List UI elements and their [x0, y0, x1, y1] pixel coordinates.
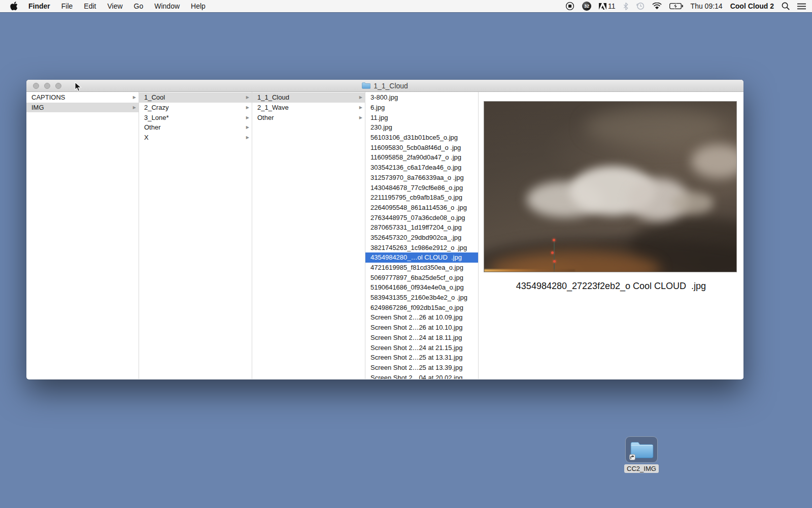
folder-item[interactable]: Other▶ — [252, 112, 365, 122]
folder-item[interactable]: X▶ — [139, 133, 252, 143]
folder-item[interactable]: CAPTIONS▶ — [26, 92, 139, 103]
bluetooth-icon[interactable] — [623, 3, 628, 10]
file-item[interactable]: 2211195795_cb9afb18a5_o.jpg — [365, 193, 478, 203]
folder-item[interactable]: 1_1_Cloud▶ — [252, 92, 365, 103]
menu-list: FinderFileEditViewGoWindowHelp — [23, 0, 211, 12]
spotlight-search-icon[interactable] — [782, 2, 790, 10]
adobe-icon[interactable]: 11 — [599, 2, 616, 10]
file-item[interactable]: 3-800.jpg — [365, 92, 478, 103]
menu-window[interactable]: Window — [149, 2, 185, 10]
time-machine-icon[interactable] — [636, 2, 645, 10]
file-item[interactable]: 4354984280_…ol CLOUD .jpg — [365, 252, 478, 263]
close-button[interactable] — [33, 83, 39, 89]
alias-arrow-icon — [629, 454, 635, 460]
file-item[interactable]: 116095830_5cb0a8f46d_o .jpg — [365, 142, 478, 152]
menu-file[interactable]: File — [56, 2, 79, 10]
file-item[interactable]: 5190641686_0f934e4e0a_o.jpg — [365, 282, 478, 293]
folder-item[interactable]: 2_Crazy▶ — [139, 103, 252, 113]
menu-finder[interactable]: Finder — [23, 2, 56, 10]
menu-bar: FinderFileEditViewGoWindowHelp 32 11 — [0, 0, 812, 12]
menu-help[interactable]: Help — [185, 2, 211, 10]
folder-item-label: 2_1_Wave — [257, 104, 357, 111]
folder-item[interactable]: IMG▶ — [26, 103, 139, 113]
disclosure-arrow-icon: ▶ — [246, 105, 249, 110]
file-item-label: 5190641686_0f934e4e0a_o.jpg — [370, 283, 476, 291]
folder-item[interactable]: 1_Cool▶ — [139, 92, 252, 103]
file-item-label: 230.jpg — [370, 123, 476, 131]
file-item[interactable]: Screen Shot 2…26 at 10.10.jpg — [365, 323, 478, 333]
file-item[interactable]: 56103106_d31b01bce5_o.jpg — [365, 133, 478, 143]
file-item[interactable]: 6249867286_f092db15ac_o.jpg — [365, 302, 478, 312]
file-item[interactable]: 312573970_8a766339aa_o .jpg — [365, 173, 478, 183]
file-item[interactable]: Screen Shot 2…24 at 21.15.jpg — [365, 342, 478, 353]
apple-menu[interactable] — [6, 0, 23, 12]
menu-go[interactable]: Go — [128, 2, 149, 10]
preview-pane: 4354984280_27223f2eb2_o Cool CLOUD .jpg — [479, 92, 743, 379]
file-item[interactable]: Screen Shot 2…04 at 20.02.jpg — [365, 372, 478, 379]
file-item[interactable]: 2264095548_861a114536_o .jpg — [365, 203, 478, 213]
icon-selection-plate — [625, 436, 658, 463]
file-item-label: 303542136_c6a17dea46_o.jpg — [370, 164, 476, 171]
folder-item-label: 3_Lone* — [144, 114, 244, 121]
column-view: CAPTIONS▶IMG▶ 1_Cool▶2_Crazy▶3_Lone*▶Oth… — [26, 92, 743, 379]
folder-item[interactable]: Other▶ — [139, 122, 252, 133]
file-item-label: 3-800.jpg — [370, 93, 476, 101]
file-item-label: Screen Shot 2…24 at 21.15.jpg — [370, 344, 476, 352]
file-item[interactable]: 1430484678_77c9cf6e86_o.jpg — [365, 182, 478, 193]
file-item[interactable]: Screen Shot 2…26 at 10.09.jpg — [365, 312, 478, 323]
menu-edit[interactable]: Edit — [78, 2, 101, 10]
cloud — [671, 192, 714, 214]
account-name[interactable]: Cool Cloud 2 — [730, 2, 774, 10]
file-item[interactable]: 6.jpg — [365, 103, 478, 113]
file-item-label: 312573970_8a766339aa_o .jpg — [370, 174, 476, 181]
column-2: 1_Cool▶2_Crazy▶3_Lone*▶Other▶X▶ — [139, 92, 252, 379]
file-item[interactable]: 5069777897_6ba25de5cf_o.jpg — [365, 272, 478, 282]
file-item[interactable]: 230.jpg — [365, 122, 478, 133]
traffic-lights — [33, 83, 61, 89]
folder-item-label: Other — [257, 114, 357, 121]
menu-bar-status: 32 11 Thu 09:14 Cool Cloud 2 — [565, 0, 806, 12]
wifi-icon[interactable] — [652, 3, 662, 10]
file-item[interactable]: Screen Shot 2…24 at 18.11.jpg — [365, 333, 478, 343]
file-item[interactable]: Screen Shot 2…25 at 13.39.jpg — [365, 363, 478, 373]
disclosure-arrow-icon: ▶ — [246, 95, 249, 100]
window-titlebar[interactable]: 1_1_Cloud — [26, 80, 743, 92]
screen-recording-stop-icon[interactable] — [565, 2, 574, 11]
file-item[interactable]: 2763448975_07a36cde08_o.jpg — [365, 212, 478, 223]
file-item[interactable]: 3526457320_29dbd902ca_.jpg — [365, 233, 478, 243]
file-item[interactable]: 303542136_c6a17dea46_o.jpg — [365, 163, 478, 173]
badge-32-icon[interactable]: 32 — [582, 2, 591, 11]
cloud-wisp — [585, 108, 724, 146]
file-item[interactable]: 11.jpg — [365, 112, 478, 122]
notification-center-icon[interactable] — [797, 3, 806, 10]
minimize-button[interactable] — [44, 83, 50, 89]
file-item-label: 5839431355_2160e3b4e2_o .jpg — [370, 294, 476, 301]
desktop-folder-cc2-img[interactable]: CC2_IMG — [624, 436, 659, 473]
file-item-label: 3821745263_1c986e2912_o .jpg — [370, 244, 476, 251]
disclosure-arrow-icon: ▶ — [359, 95, 362, 100]
menu-view[interactable]: View — [101, 2, 128, 10]
zoom-button[interactable] — [55, 83, 61, 89]
file-item[interactable]: 5839431355_2160e3b4e2_o .jpg — [365, 293, 478, 303]
desktop: FinderFileEditViewGoWindowHelp 32 11 — [0, 0, 812, 508]
menu-bar-clock[interactable]: Thu 09:14 — [691, 2, 723, 10]
file-item[interactable]: Screen Shot 2…25 at 13.31.jpg — [365, 353, 478, 363]
file-item-label: Screen Shot 2…04 at 20.02.jpg — [370, 374, 476, 379]
file-item[interactable]: 4721619985_f81cd350ea_o.jpg — [365, 263, 478, 273]
file-item-label: Screen Shot 2…26 at 10.10.jpg — [370, 324, 476, 331]
window-title: 1_1_Cloud — [362, 82, 408, 90]
folder-item-label: Other — [144, 123, 244, 131]
folder-item-label: 1_Cool — [144, 93, 244, 101]
disclosure-arrow-icon: ▶ — [133, 95, 136, 100]
folder-item[interactable]: 2_1_Wave▶ — [252, 103, 365, 113]
battery-charging-icon[interactable] — [669, 3, 683, 9]
disclosure-arrow-icon: ▶ — [359, 105, 362, 110]
file-item[interactable]: 116095858_2fa90d0a47_o .jpg — [365, 152, 478, 163]
file-item-label: Screen Shot 2…25 at 13.39.jpg — [370, 364, 476, 371]
file-item[interactable]: 2870657331_1d19ff7204_o.jpg — [365, 223, 478, 233]
file-item[interactable]: 3821745263_1c986e2912_o .jpg — [365, 242, 478, 252]
file-item-label: 2264095548_861a114536_o .jpg — [370, 204, 476, 211]
folder-item[interactable]: 3_Lone*▶ — [139, 112, 252, 122]
cloud — [691, 144, 736, 178]
window-title-text: 1_1_Cloud — [374, 82, 408, 90]
